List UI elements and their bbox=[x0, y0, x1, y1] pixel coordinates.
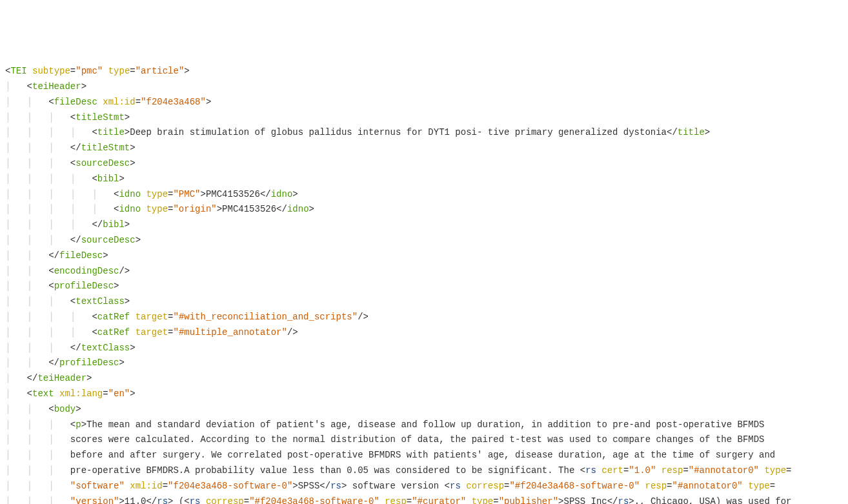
token-text: used bbox=[748, 496, 770, 505]
token-text: mean bbox=[108, 419, 130, 430]
token-text: age, bbox=[330, 419, 352, 430]
token-val: "#multiple_annotator" bbox=[173, 327, 287, 338]
token-punct: < bbox=[92, 127, 97, 137]
code-line: │ │ │ │ <catRef target="#with_reconcilia… bbox=[5, 310, 843, 325]
token-text: than bbox=[319, 465, 341, 476]
token-punct: > bbox=[292, 481, 298, 491]
token-text bbox=[352, 419, 358, 430]
token-text bbox=[564, 434, 569, 445]
indent-guide: │ │ │ bbox=[5, 465, 70, 476]
code-line: │ │ │ <titleStmt> bbox=[5, 110, 843, 126]
token-text bbox=[282, 450, 287, 460]
token-text: after bbox=[130, 450, 157, 460]
token-text: post-operative bbox=[287, 450, 363, 460]
token-text: SPSS bbox=[298, 481, 320, 491]
token-text bbox=[201, 419, 206, 430]
token-text bbox=[640, 481, 645, 491]
token-punct: </ bbox=[260, 189, 271, 199]
token-text bbox=[222, 450, 227, 460]
token-text: was bbox=[374, 465, 390, 476]
token-attr: type bbox=[764, 465, 786, 476]
token-rs: rs bbox=[618, 496, 629, 505]
indent-guide: │ │ bbox=[5, 281, 48, 291]
token-tag: text bbox=[32, 388, 54, 399]
token-punct: </ bbox=[48, 358, 59, 368]
token-text bbox=[482, 465, 487, 476]
token-punct: > bbox=[130, 343, 135, 353]
token-text: USA) bbox=[700, 496, 722, 505]
indent-guide: │ │ │ │ bbox=[5, 174, 92, 184]
token-text bbox=[103, 66, 108, 76]
token-punct: = bbox=[770, 481, 775, 491]
token-text: duration, bbox=[558, 450, 607, 460]
token-text: age, bbox=[488, 450, 510, 460]
token-attr: target bbox=[136, 327, 168, 338]
token-val: "#f204e3a468-software-0" bbox=[249, 496, 379, 505]
token-text bbox=[504, 434, 509, 445]
token-text: deviation bbox=[206, 419, 255, 430]
token-text: surgery bbox=[716, 450, 754, 460]
token-val: "pmc" bbox=[76, 66, 103, 76]
token-text: and bbox=[108, 450, 125, 460]
token-attr: xml:lang bbox=[59, 388, 103, 399]
token-text bbox=[103, 450, 108, 460]
token-punct: = bbox=[493, 496, 498, 505]
token-punct: > bbox=[86, 373, 92, 383]
code-line: │ │ <body> bbox=[5, 402, 843, 418]
token-text bbox=[710, 450, 715, 460]
indent-guide: │ │ │ bbox=[5, 450, 70, 460]
code-line: │ </teiHeader> bbox=[5, 371, 843, 387]
token-text bbox=[445, 434, 450, 445]
token-text bbox=[157, 450, 162, 460]
token-text bbox=[125, 481, 130, 491]
token-tag: idno bbox=[287, 204, 309, 214]
token-tag: titleStmt bbox=[76, 112, 125, 123]
code-line: │ │ │ </textClass> bbox=[5, 341, 843, 356]
token-attr: type bbox=[472, 496, 494, 505]
token-text bbox=[418, 419, 423, 430]
token-text: The bbox=[86, 419, 103, 430]
token-text: compare bbox=[612, 434, 651, 445]
token-punct: </ bbox=[70, 235, 81, 245]
token-punct: </ bbox=[70, 343, 81, 353]
indent-guide: │ │ │ bbox=[5, 343, 70, 353]
token-text bbox=[54, 388, 59, 399]
token-tag: p bbox=[76, 419, 81, 430]
token-text: BFMDS bbox=[738, 434, 765, 445]
token-punct: > bbox=[130, 143, 135, 153]
token-text bbox=[754, 450, 759, 460]
code-line: │ │ <fileDesc xml:id="f204e3a468"> bbox=[5, 95, 843, 110]
token-punct: /> bbox=[287, 327, 298, 338]
code-line: │ │ <profileDesc> bbox=[5, 279, 843, 294]
indent-guide: │ │ │ bbox=[5, 296, 70, 307]
token-text: BFMDRS.A bbox=[146, 465, 189, 476]
token-val: "#annotator0" bbox=[689, 465, 759, 476]
token-attr: resp bbox=[385, 496, 407, 505]
token-punct: </ bbox=[27, 373, 38, 383]
token-text: disease bbox=[358, 419, 396, 430]
token-text bbox=[791, 496, 796, 505]
token-text: of bbox=[401, 434, 412, 445]
token-text: patient's bbox=[276, 419, 325, 430]
token-text: before bbox=[70, 450, 103, 460]
token-text bbox=[195, 434, 200, 445]
token-text: were bbox=[108, 434, 130, 445]
token-text bbox=[591, 419, 596, 430]
indent-guide: │ │ │ │ bbox=[5, 219, 92, 230]
token-tag: teiHeader bbox=[32, 81, 81, 92]
token-text bbox=[428, 450, 433, 460]
token-text bbox=[526, 419, 531, 430]
token-tag: body bbox=[54, 404, 76, 414]
token-text: to bbox=[455, 465, 466, 476]
code-line: │ │ │ <sourceDesc> bbox=[5, 156, 843, 172]
token-text bbox=[694, 496, 699, 505]
token-text bbox=[130, 327, 135, 338]
token-attr: xml:id bbox=[103, 97, 135, 107]
token-val: "publisher" bbox=[499, 496, 558, 505]
token-text: of bbox=[700, 434, 711, 445]
token-text: to bbox=[596, 434, 607, 445]
token-attr: type bbox=[748, 481, 770, 491]
token-text: probability bbox=[195, 465, 254, 476]
indent-guide: │ │ bbox=[5, 358, 48, 368]
token-punct: > bbox=[130, 158, 135, 168]
